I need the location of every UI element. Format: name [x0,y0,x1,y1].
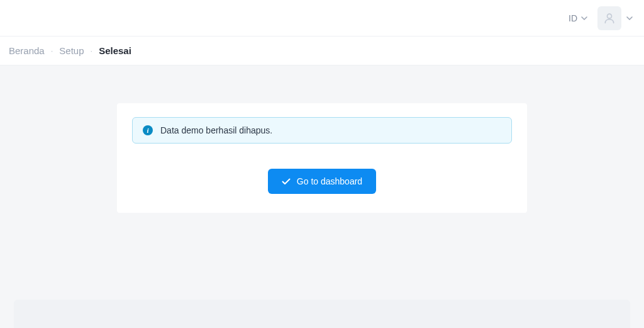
setup-complete-card: i Data demo berhasil dihapus. Go to dash… [117,103,527,213]
content-area: i Data demo berhasil dihapus. Go to dash… [0,65,644,213]
chevron-down-icon [626,16,633,20]
language-label: ID [569,13,577,23]
info-alert: i Data demo berhasil dihapus. [132,117,512,144]
chevron-down-icon [581,16,587,20]
breadcrumb-link-beranda[interactable]: Beranda [9,45,45,56]
breadcrumb-separator: · [91,46,93,55]
alert-message: Data demo berhasil dihapus. [160,125,272,135]
breadcrumb-current: Selesai [99,45,131,56]
topbar: ID [0,0,644,37]
breadcrumb-separator: · [51,46,53,55]
breadcrumb-link-setup[interactable]: Setup [59,45,84,56]
info-icon: i [143,125,153,135]
svg-point-0 [608,14,612,18]
user-menu[interactable] [597,6,633,30]
go-to-dashboard-button[interactable]: Go to dashboard [268,169,376,194]
check-icon [282,178,291,185]
user-icon [603,12,616,25]
language-selector[interactable]: ID [566,9,590,27]
avatar [597,6,621,30]
button-row: Go to dashboard [132,169,512,194]
footer-panel [14,300,630,328]
breadcrumb: Beranda · Setup · Selesai [0,37,644,65]
dashboard-button-label: Go to dashboard [297,176,362,186]
